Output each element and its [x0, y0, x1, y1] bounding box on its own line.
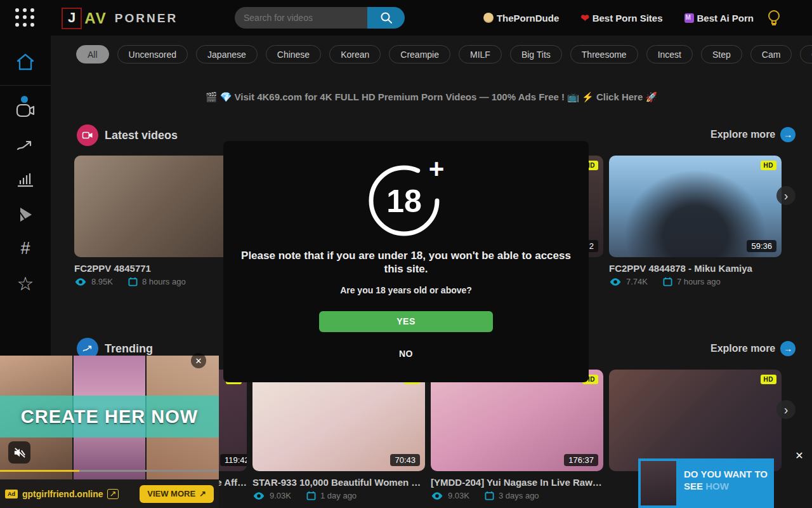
- promo-text-banner[interactable]: 🎬 💎 Visit 4K69.com for 4K FULL HD Premiu…: [51, 91, 812, 103]
- ad-close-icon[interactable]: ✕: [191, 353, 206, 368]
- video-camera-icon: [16, 102, 35, 119]
- sidebar-item-tags[interactable]: #: [0, 240, 51, 257]
- duration-badge: 70:43: [390, 454, 420, 466]
- ad-progress-bar[interactable]: [0, 470, 219, 472]
- yes-button[interactable]: YES: [319, 311, 493, 332]
- trending-carousel-next-button[interactable]: ›: [776, 400, 796, 419]
- no-button[interactable]: NO: [399, 349, 413, 359]
- chip-step[interactable]: Step: [701, 45, 742, 64]
- link-best-porn-sites[interactable]: ❤ Best Porn Sites: [580, 12, 662, 24]
- ad-info-bar: Ad gptgirlfriend.online ↗ VIEW MORE ↗: [0, 479, 219, 508]
- ai-icon: [684, 13, 694, 23]
- video-ad[interactable]: ✕ CREATE HER NOW Ad gptgirlfriend.online…: [0, 356, 219, 508]
- video-thumbnail[interactable]: HD 59:36: [609, 156, 782, 257]
- page: J AV PORNER ThePornDude ❤ Best Porn Site…: [0, 0, 812, 508]
- duration-badge: 59:36: [747, 240, 776, 252]
- video-card[interactable]: HD 59:36 FC2PPV 4844878 - Miku Kamiya 7.…: [609, 156, 782, 286]
- link-label: ThePornDude: [497, 13, 559, 23]
- eye-icon: [252, 491, 265, 500]
- video-title: [YMDD-204] Yui Nagase In Live Raw…: [431, 477, 603, 488]
- age-verification-modal: 18 + Please note that if you are under 1…: [223, 141, 589, 382]
- link-best-ai-porn[interactable]: Best Ai Porn: [684, 13, 754, 23]
- category-chips: All Uncensored Japanese Chinese Korean C…: [76, 45, 812, 64]
- video-card[interactable]: HD 70:43 STAR-933 10,000 Beautiful Women…: [252, 370, 425, 500]
- promo-ad-image: [641, 461, 676, 505]
- age-question-text: Are you 18 years old or above?: [340, 285, 472, 295]
- view-more-button[interactable]: VIEW MORE ↗: [140, 485, 214, 503]
- search-input[interactable]: [235, 7, 367, 29]
- link-label: Best Ai Porn: [697, 13, 754, 23]
- chip-japanese[interactable]: Japanese: [196, 45, 258, 64]
- calendar-icon: [128, 277, 138, 286]
- ad-video-area[interactable]: CREATE HER NOW: [0, 356, 219, 479]
- external-link-icon: ↗: [107, 489, 119, 499]
- promo-close-icon[interactable]: ✕: [791, 448, 808, 462]
- view-count: 9.03K: [270, 491, 291, 500]
- calendar-icon: [485, 491, 494, 500]
- sidebar-item-home[interactable]: [0, 52, 51, 72]
- chip-milf[interactable]: MILF: [459, 45, 502, 64]
- latest-videos-icon: [77, 124, 98, 146]
- upload-age: 8 hours ago: [142, 277, 186, 286]
- apps-grid-icon[interactable]: [15, 8, 36, 27]
- trending-icon: [16, 138, 35, 154]
- view-count: 7.74K: [626, 277, 648, 286]
- video-title: FC2PPV 4844878 - Miku Kamiya: [609, 263, 782, 274]
- latest-section-header: Latest videos: [77, 124, 178, 146]
- mute-icon[interactable]: [8, 441, 30, 464]
- arrow-right-icon: →: [780, 127, 796, 142]
- video-thumbnail[interactable]: HD 176:37: [431, 370, 603, 471]
- upload-age: 3 days ago: [499, 491, 539, 500]
- chip-incest[interactable]: Incest: [646, 45, 693, 64]
- video-meta: 8.95K 8 hours ago: [74, 277, 247, 286]
- header-links: ThePornDude ❤ Best Porn Sites Best Ai Po…: [483, 0, 754, 36]
- chevron-right-icon: ›: [784, 189, 789, 203]
- video-meta: 7.74K 7 hours ago: [609, 277, 782, 286]
- video-card[interactable]: HD 176:37 [YMDD-204] Yui Nagase In Live …: [431, 370, 603, 500]
- link-theporndude[interactable]: ThePornDude: [483, 13, 559, 23]
- chip-uncensored[interactable]: Uncensored: [117, 45, 188, 64]
- chip-cam[interactable]: Cam: [750, 45, 792, 64]
- chip-other[interactable]: Other: [800, 45, 812, 64]
- promo-ad-text: DO YOU WANT TO SEE HOW: [676, 458, 774, 508]
- hd-badge: HD: [761, 375, 776, 384]
- video-card[interactable]: FC2PPV 4845771 8.95K 8 hours ago: [74, 156, 247, 286]
- search-button[interactable]: [367, 7, 405, 29]
- chip-all[interactable]: All: [76, 45, 109, 64]
- star-icon: ☆: [17, 274, 34, 293]
- video-thumbnail[interactable]: HD 70:43: [252, 370, 425, 471]
- sidebar-item-videos[interactable]: [0, 102, 51, 119]
- duration-badge: 119:42: [220, 454, 247, 466]
- ad-cta-text: CREATE HER NOW: [21, 406, 198, 427]
- chip-creampie[interactable]: Creampie: [389, 45, 450, 64]
- eighteen-plus-icon: 18 +: [365, 156, 447, 239]
- age-warning-text: Please note that if you are under 18, yo…: [238, 249, 574, 276]
- sidebar-item-trending[interactable]: [0, 138, 51, 154]
- video-thumbnail[interactable]: [74, 156, 247, 257]
- video-thumbnail[interactable]: HD: [609, 370, 782, 471]
- video-meta: 9.03K 1 day ago: [252, 491, 425, 500]
- sidebar-item-playlist[interactable]: [0, 206, 51, 224]
- video-title: STAR-933 10,000 Beautiful Women Honj…: [252, 477, 425, 488]
- promo-banner-ad[interactable]: DO YOU WANT TO SEE HOW: [638, 458, 774, 508]
- latest-carousel-next-button[interactable]: ›: [776, 186, 796, 205]
- site-logo[interactable]: J AV PORNER: [62, 8, 178, 29]
- video-card[interactable]: HD: [609, 370, 782, 471]
- duration-badge: 176:37: [564, 454, 598, 466]
- latest-explore-more[interactable]: Explore more →: [710, 127, 796, 142]
- sidebar-item-rankings[interactable]: [0, 171, 51, 188]
- eye-icon: [431, 491, 443, 500]
- view-more-label: VIEW MORE: [147, 489, 195, 498]
- trending-explore-more[interactable]: Explore more →: [710, 341, 796, 356]
- sidebar-item-favorites[interactable]: ☆: [0, 274, 51, 293]
- view-count: 8.95K: [91, 277, 113, 286]
- chip-threesome[interactable]: Threesome: [570, 45, 638, 64]
- chip-korean[interactable]: Korean: [329, 45, 381, 64]
- explore-label: Explore more: [710, 129, 775, 140]
- advertiser-link[interactable]: gptgirlfriend.online: [22, 489, 103, 499]
- ad-cta-band: CREATE HER NOW: [0, 396, 219, 438]
- chip-big-tits[interactable]: Big Tits: [510, 45, 562, 64]
- lightbulb-icon[interactable]: [766, 9, 782, 27]
- chip-chinese[interactable]: Chinese: [266, 45, 321, 64]
- logo-av: AV: [84, 10, 107, 27]
